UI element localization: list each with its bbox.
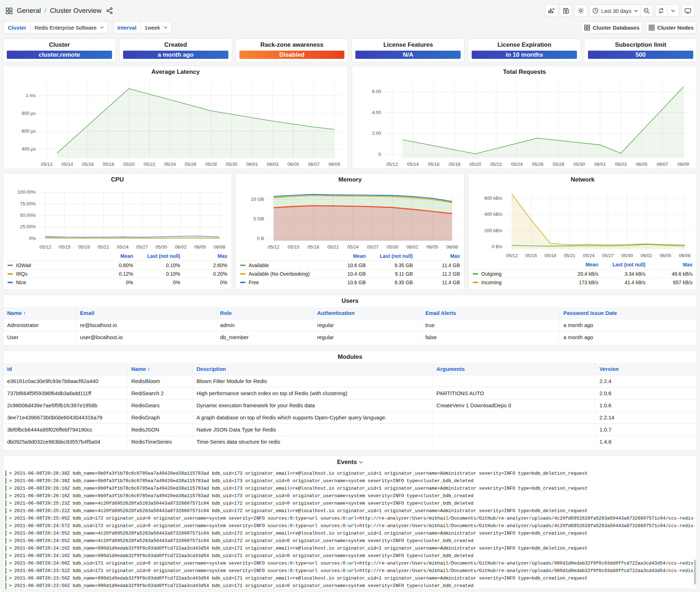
legend-column-header[interactable]: Last (not null): [366, 253, 413, 259]
expand-chevron-icon[interactable]: >: [9, 508, 12, 514]
event-log-line[interactable]: >2021-06-08T20:23:50Z bdb_name=980d1d0ed…: [5, 582, 695, 589]
legend-series-name[interactable]: Free: [240, 280, 319, 285]
expand-chevron-icon[interactable]: >: [9, 576, 12, 581]
network-chart[interactable]: 05/1205/1505/1805/2105/2405/2705/3006/02…: [468, 186, 697, 260]
panel-title[interactable]: CPU: [3, 174, 232, 186]
interval-variable-select[interactable]: 1week: [140, 21, 171, 34]
refresh-button[interactable]: [655, 5, 667, 17]
kiosk-mode-button[interactable]: [681, 5, 694, 17]
expand-chevron-icon[interactable]: >: [9, 471, 12, 476]
column-header[interactable]: Authentication: [313, 307, 421, 319]
breadcrumb-page-title[interactable]: Cluster Overview: [50, 7, 102, 15]
legend-column-header[interactable]: Last (not null): [133, 253, 180, 259]
save-dashboard-button[interactable]: [560, 5, 572, 17]
legend-column-header[interactable]: Last (not null): [598, 262, 645, 267]
time-range-picker[interactable]: Last 30 days: [589, 5, 641, 17]
panel-title[interactable]: Average Latency: [3, 66, 348, 78]
column-header[interactable]: Password Issue Date: [559, 307, 697, 319]
expand-chevron-icon[interactable]: >: [9, 486, 12, 491]
severity-bar: [5, 553, 6, 559]
legend-column-header[interactable]: Max: [413, 253, 460, 259]
cpu-chart[interactable]: 05/1205/1505/1805/2105/2405/2705/3006/02…: [3, 186, 232, 251]
column-header[interactable]: Name ↑: [3, 307, 76, 319]
event-log-line[interactable]: >2021-06-08T20:24:10Z bdb_name=980d1d0ed…: [5, 545, 695, 552]
event-log-line[interactable]: >2021-06-08T20:24:57Z bdb_uid=172 origin…: [5, 522, 695, 529]
legend-column-header[interactable]: Mean: [551, 262, 598, 267]
users-table: Name ↑EmailRoleAuthenticationEmail Alert…: [3, 307, 697, 345]
legend-series-name[interactable]: Available: [240, 262, 319, 268]
column-header[interactable]: Arguments: [432, 363, 595, 375]
event-log-line[interactable]: >2021-06-08T20:26:38Z bdb_name=9b0fa3f1b…: [5, 470, 695, 477]
table-cell: 1.4.8: [595, 436, 697, 448]
interval-variable-value: 1week: [144, 25, 160, 31]
event-log-line[interactable]: >2021-06-08T20:25:23Z bdb_name=4c20fd695…: [5, 500, 695, 507]
expand-chevron-icon[interactable]: >: [9, 561, 12, 566]
requests-chart[interactable]: 05/1205/1405/1605/1805/2005/2205/2405/26…: [352, 78, 697, 169]
stat-title: Created: [120, 39, 232, 49]
event-log-line[interactable]: >2021-06-08T20:25:22Z bdb_name=4c20fd695…: [5, 507, 695, 514]
panel-title[interactable]: Users: [3, 295, 697, 307]
expand-chevron-icon[interactable]: >: [9, 523, 12, 529]
breadcrumb-section[interactable]: General: [17, 7, 41, 15]
expand-chevron-icon[interactable]: >: [9, 493, 12, 499]
legend-column-header[interactable]: Max: [645, 262, 693, 267]
column-header[interactable]: Role: [216, 307, 313, 319]
legend-column-header[interactable]: Max: [180, 253, 227, 259]
panel-title[interactable]: Total Requests: [352, 66, 697, 78]
panel-menu-chevron-icon[interactable]: [359, 461, 363, 464]
panel-title[interactable]: Memory: [236, 174, 464, 186]
event-log-line[interactable]: >2021-06-08T20:24:10Z bdb_name=980d1d0ed…: [5, 552, 695, 559]
event-log-line[interactable]: >2021-06-08T20:24:00Z bdb_uid=171 origin…: [5, 560, 695, 567]
event-log-line[interactable]: >2021-06-08T20:24:55Z bdb_name=4c20fd695…: [5, 537, 695, 544]
legend-series-name[interactable]: Available (No Overbooking): [240, 271, 319, 277]
dashboard-settings-button[interactable]: [574, 5, 587, 17]
panel-title[interactable]: Network: [468, 174, 697, 186]
column-header[interactable]: Description: [193, 363, 433, 375]
nav-button-cluster-nodes[interactable]: Cluster Nodes: [646, 21, 696, 34]
column-header[interactable]: Email: [76, 307, 216, 319]
event-log-line[interactable]: >2021-06-08T20:25:05Z bdb_uid=172 origin…: [5, 515, 695, 522]
expand-chevron-icon[interactable]: >: [9, 546, 12, 551]
event-log-line[interactable]: >2021-06-08T20:23:52Z bdb_uid=171 origin…: [5, 567, 695, 574]
column-header[interactable]: Name ↑: [127, 363, 193, 375]
refresh-interval-dropdown[interactable]: [667, 5, 679, 17]
panel-title[interactable]: Events: [3, 456, 697, 468]
legend-series-name[interactable]: IOWait: [7, 262, 86, 268]
event-log-line[interactable]: >2021-06-08T20:26:16Z bdb_name=9b0fa3f1b…: [5, 492, 695, 499]
scrollbar-thumb[interactable]: [694, 560, 696, 585]
expand-chevron-icon[interactable]: >: [9, 501, 12, 506]
column-header[interactable]: Id: [3, 363, 127, 375]
memory-chart[interactable]: 05/1205/1505/1805/2105/2405/2705/3006/02…: [236, 186, 464, 251]
legend-series-name[interactable]: Nice: [7, 280, 86, 285]
expand-chevron-icon[interactable]: >: [9, 568, 12, 573]
legend-series-name[interactable]: Incoming: [473, 280, 551, 285]
nav-button-cluster-databases[interactable]: Cluster Databases: [581, 21, 642, 34]
latency-chart[interactable]: 05/1205/1405/1605/1805/2005/2205/2405/26…: [3, 78, 348, 169]
legend-series-name[interactable]: Outgoing: [473, 271, 551, 277]
expand-chevron-icon[interactable]: >: [9, 516, 12, 521]
expand-chevron-icon[interactable]: >: [9, 531, 12, 536]
panel-title[interactable]: Modules: [3, 351, 697, 363]
column-header[interactable]: Email Alerts: [421, 307, 559, 319]
share-icon[interactable]: [106, 7, 113, 14]
legend-series-name[interactable]: IRQs: [7, 271, 86, 277]
legend-column-header[interactable]: Mean: [319, 253, 366, 259]
event-log-line[interactable]: >2021-06-08T20:23:50Z bdb_name=980d1d0ed…: [5, 575, 695, 582]
event-log-line[interactable]: >2021-06-08T20:26:38Z bdb_name=9b0fa3f1b…: [5, 477, 695, 484]
expand-chevron-icon[interactable]: >: [9, 583, 12, 588]
expand-chevron-icon[interactable]: >: [9, 553, 12, 558]
expand-chevron-icon[interactable]: >: [9, 478, 12, 484]
add-panel-button[interactable]: [545, 5, 558, 17]
column-header[interactable]: Version: [595, 363, 697, 375]
event-log-text: 2021-06-08T20:26:16Z bdb_name=9b0fa3f1b7…: [14, 486, 695, 491]
zoom-out-time-button[interactable]: [641, 5, 653, 17]
cluster-variable-select[interactable]: Redis Enterprise Software: [30, 21, 108, 34]
legend-column-header[interactable]: Mean: [86, 253, 133, 259]
dashboard-toolbar: Last 30 days: [545, 5, 694, 17]
event-log-line[interactable]: >2021-06-08T20:24:55Z bdb_name=4c20fd695…: [5, 530, 695, 537]
dashboards-grid-icon[interactable]: [6, 7, 12, 14]
svg-text:05/21: 05/21: [97, 244, 109, 250]
event-log-line[interactable]: >2021-06-08T20:26:16Z bdb_name=9b0fa3f1b…: [5, 485, 695, 492]
expand-chevron-icon[interactable]: >: [9, 538, 12, 543]
severity-bar: [5, 560, 6, 566]
